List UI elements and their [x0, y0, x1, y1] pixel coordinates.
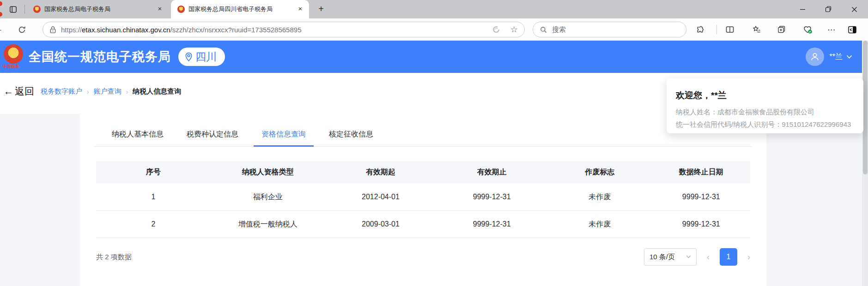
window-restore-button[interactable] — [818, 0, 838, 18]
table-row: 1 福利企业 2012-04-01 9999-12-31 未作废 9999-12… — [96, 184, 750, 211]
tab-qualification-info[interactable]: 资格信息查询 — [254, 130, 314, 147]
page-size-select[interactable]: 10 条/页 — [644, 248, 697, 266]
split-screen-icon[interactable] — [725, 24, 735, 35]
site-header: 中国税务 全国统一规范电子税务局 四川 **兰 — [0, 41, 868, 73]
site-title: 全国统一规范电子税务局 — [29, 48, 171, 65]
column-header-data-end-date: 数据终止日期 — [652, 167, 750, 177]
cell-valid-to: 9999-12-31 — [436, 193, 547, 201]
welcome-popup: 欢迎您，**兰 纳税人姓名：成都市金福猴食品股份有限公司 统一社会信用代码/纳税… — [667, 78, 863, 133]
back-button[interactable]: ← 返回 — [4, 85, 34, 98]
cell-qualification-type: 增值税一般纳税人 — [211, 220, 325, 229]
page-scrollbar[interactable] — [862, 41, 868, 286]
total-count-text: 共 2 项数据 — [96, 253, 132, 262]
browser-window: 国家税务总局电子税务局 × 国家税务总局四川省电子税务局 × + ← https… — [0, 0, 868, 286]
table-row: 2 增值税一般纳税人 2009-03-01 9999-12-31 未作废 999… — [96, 211, 750, 238]
user-name[interactable]: **兰 — [830, 52, 843, 62]
new-tab-button[interactable]: + — [315, 3, 327, 15]
location-pin-icon — [185, 52, 193, 62]
cropped-red-logo-top — [0, 1, 2, 6]
tab-title: 国家税务总局电子税务局 — [44, 5, 152, 13]
cell-valid-from: 2009-03-01 — [325, 220, 437, 228]
person-icon — [809, 51, 820, 62]
toolbar-divider — [716, 25, 717, 34]
tab-close-icon[interactable]: × — [156, 5, 164, 13]
select-chevron-down-icon — [686, 255, 691, 259]
back-icon[interactable]: ← — [0, 23, 3, 34]
browser-tab-active[interactable]: 国家税务总局四川省电子税务局 × — [171, 0, 309, 18]
column-header-void-flag: 作废标志 — [547, 167, 652, 177]
column-header-seq: 序号 — [96, 167, 211, 177]
collections-icon[interactable] — [777, 24, 787, 35]
content-tab-bar: 纳税人基本信息 税费种认定信息 资格信息查询 核定征收信息 — [94, 114, 753, 147]
tab-title: 国家税务总局四川省电子税务局 — [188, 5, 292, 13]
tax-site-favicon — [33, 6, 41, 13]
next-page-button[interactable]: › — [747, 252, 750, 262]
qualification-table: 序号 纳税人资格类型 有效期起 有效期止 作废标志 数据终止日期 1 福利企业 … — [96, 161, 750, 238]
tab-assessed-collection-info[interactable]: 核定征收信息 — [321, 130, 381, 146]
cell-qualification-type: 福利企业 — [211, 192, 325, 202]
favorites-list-icon[interactable] — [752, 24, 762, 35]
extensions-icon[interactable] — [695, 24, 705, 35]
tax-site-favicon — [177, 6, 185, 13]
emblem-script-text: 中国税务 — [3, 64, 19, 70]
copilot-sidebar-icon[interactable] — [847, 24, 857, 35]
cell-data-end-date: 9999-12-31 — [652, 220, 750, 228]
refresh-icon[interactable] — [17, 24, 27, 35]
search-icon — [540, 26, 547, 34]
favorite-star-icon[interactable]: ☆ — [510, 24, 518, 35]
window-minimize-button[interactable] — [792, 0, 813, 18]
browser-tab-strip: 国家税务总局电子税务局 × 国家税务总局四川省电子税务局 × + — [0, 0, 868, 18]
cell-valid-to: 9999-12-31 — [436, 220, 547, 228]
national-emblem-logo: 中国税务 — [3, 41, 24, 73]
cell-valid-from: 2012-04-01 — [325, 193, 437, 201]
prev-page-button[interactable]: ‹ — [707, 252, 710, 262]
taxpayer-name-line: 纳税人姓名：成都市金福猴食品股份有限公司 — [676, 108, 854, 117]
content-card: 纳税人基本信息 税费种认定信息 资格信息查询 核定征收信息 序号 纳税人资格类型… — [80, 114, 766, 286]
page-1-button[interactable]: 1 — [720, 248, 737, 266]
tab-taxpayer-basic-info[interactable]: 纳税人基本信息 — [104, 130, 171, 146]
settings-menu-icon[interactable]: ⋯ — [826, 24, 837, 35]
edge-swirl-icon[interactable] — [492, 25, 500, 34]
cropped-red-logo-bottom — [0, 12, 2, 17]
cell-seq: 2 — [96, 220, 211, 228]
table-footer: 共 2 项数据 10 条/页 ‹ 1 › — [96, 248, 750, 266]
tab-actions-menu-icon[interactable] — [7, 4, 18, 15]
search-placeholder: 搜索 — [552, 25, 566, 34]
tab-close-icon[interactable]: × — [296, 5, 304, 13]
browser-search-box[interactable]: 搜索 — [533, 22, 686, 37]
welcome-greeting: 欢迎您，**兰 — [676, 89, 854, 101]
breadcrumb-separator: › — [87, 88, 89, 95]
window-close-button[interactable] — [844, 0, 864, 18]
tab-tax-category-info[interactable]: 税费种认定信息 — [179, 130, 246, 146]
column-header-qualification-type: 纳税人资格类型 — [211, 167, 325, 177]
scrollbar-thumb[interactable] — [863, 41, 868, 174]
url-text: https://etax.sichuan.chinatax.gov.cn/szz… — [61, 26, 301, 34]
table-header-row: 序号 纳税人资格类型 有效期起 有效期止 作废标志 数据终止日期 — [96, 161, 750, 184]
breadcrumb: 税务数字账户 › 账户查询 › 纳税人信息查询 — [41, 87, 181, 96]
tab-strip-divider — [24, 5, 25, 14]
region-label: 四川 — [195, 50, 217, 64]
column-header-valid-from: 有效期起 — [325, 167, 437, 177]
breadcrumb-link-digital-account[interactable]: 税务数字账户 — [41, 87, 82, 96]
cell-void-flag: 未作废 — [547, 192, 652, 202]
browser-essentials-icon[interactable] — [802, 24, 813, 35]
pagination: 10 条/页 ‹ 1 › — [644, 248, 750, 266]
cell-seq: 1 — [96, 193, 211, 201]
chevron-down-icon[interactable] — [846, 55, 852, 59]
page-background: 纳税人基本信息 税费种认定信息 资格信息查询 核定征收信息 序号 纳税人资格类型… — [0, 114, 868, 286]
breadcrumb-current-page: 纳税人信息查询 — [133, 87, 181, 96]
column-header-valid-to: 有效期止 — [436, 167, 547, 177]
back-arrow-icon: ← — [4, 86, 13, 97]
credit-code-line: 统一社会信用代码/纳税人识别号：915101247622996943 — [676, 120, 854, 129]
user-avatar[interactable] — [806, 48, 824, 66]
cell-void-flag: 未作废 — [547, 220, 652, 229]
browser-toolbar: ← https://etax.sichuan.chinatax.gov.cn/s… — [0, 18, 868, 41]
address-bar[interactable]: https://etax.sichuan.chinatax.gov.cn/szz… — [42, 22, 525, 37]
lock-icon[interactable] — [49, 26, 56, 34]
region-selector[interactable]: 四川 — [178, 48, 225, 66]
browser-tab-inactive[interactable]: 国家税务总局电子税务局 × — [27, 0, 169, 18]
cell-data-end-date: 9999-12-31 — [652, 193, 750, 201]
breadcrumb-link-account-query[interactable]: 账户查询 — [94, 87, 121, 96]
breadcrumb-separator: › — [126, 88, 128, 95]
